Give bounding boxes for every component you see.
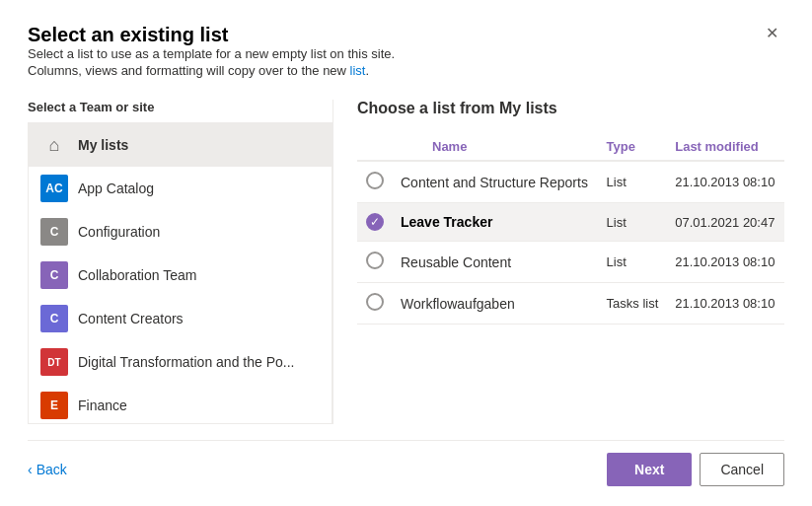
sidebar-item-label: Collaboration Team	[78, 267, 196, 283]
back-button[interactable]: ‹ Back	[28, 462, 67, 477]
body-content: Select a Team or site ⌂ My lists AC App …	[28, 100, 784, 424]
row-name: Reusable Content	[401, 254, 511, 270]
sidebar-item-label: Finance	[78, 398, 127, 413]
radio-unselected	[366, 293, 384, 311]
dialog-title-block: Select an existing list Select a list to…	[28, 24, 395, 80]
table-row[interactable]: Content and Structure Reports List 21.10…	[357, 161, 784, 203]
back-chevron-icon: ‹	[28, 462, 33, 477]
cancel-button[interactable]: Cancel	[700, 453, 784, 486]
row-type: Tasks list	[599, 283, 668, 325]
dialog-footer: ‹ Back Next Cancel	[28, 440, 784, 486]
dialog-title: Select an existing list	[28, 24, 395, 46]
radio-cell	[357, 161, 393, 203]
home-icon: ⌂	[40, 131, 68, 159]
table-row[interactable]: ✓ Leave Tracker List 07.01.2021 20:47	[357, 203, 784, 242]
row-type: List	[599, 161, 668, 203]
row-modified: 21.10.2013 08:10	[667, 242, 784, 283]
modified-col-header: Last modified	[667, 133, 784, 161]
sidebar-item-finance[interactable]: E Finance	[29, 384, 332, 424]
row-modified: 21.10.2013 08:10	[667, 161, 784, 203]
nav-list: ⌂ My lists AC App Catalog C Configuratio…	[28, 122, 332, 424]
sidebar-item-digital-transformation[interactable]: DT Digital Transformation and the Po...	[29, 340, 332, 384]
radio-unselected	[366, 172, 384, 189]
sidebar-item-label: My lists	[78, 137, 128, 153]
row-name-cell: Leave Tracker	[393, 203, 599, 242]
row-name-cell: Reusable Content	[393, 242, 599, 283]
list-table: Name Type Last modified Content and Stru…	[357, 133, 784, 325]
select-existing-list-dialog: Select an existing list Select a list to…	[0, 0, 812, 506]
sidebar-item-my-lists[interactable]: ⌂ My lists	[29, 123, 332, 167]
right-panel-title: Choose a list from My lists	[357, 100, 784, 117]
row-name: Content and Structure Reports	[401, 175, 588, 190]
row-type: List	[599, 242, 668, 283]
dialog-subtitle2: Columns, views and formatting will copy …	[28, 63, 395, 78]
right-panel: Choose a list from My lists Name Type La…	[333, 100, 784, 424]
finance-icon: E	[40, 392, 68, 419]
sidebar-item-label: Digital Transformation and the Po...	[78, 354, 294, 370]
app-catalog-icon: AC	[40, 175, 68, 202]
configuration-icon: C	[40, 218, 68, 246]
row-name: Leave Tracker	[401, 214, 492, 230]
row-name: Workflowaufgaben	[401, 296, 515, 312]
radio-cell	[357, 242, 393, 283]
sidebar-item-collaboration-team[interactable]: C Collaboration Team	[29, 253, 332, 297]
sidebar-item-app-catalog[interactable]: AC App Catalog	[29, 167, 332, 210]
radio-selected: ✓	[366, 213, 384, 231]
radio-cell	[357, 283, 393, 325]
dialog-header: Select an existing list Select a list to…	[28, 24, 784, 80]
close-button[interactable]: ✕	[760, 24, 784, 43]
table-header-row: Name Type Last modified	[357, 133, 784, 161]
name-col-header: Name	[393, 133, 599, 161]
left-panel: Select a Team or site ⌂ My lists AC App …	[28, 100, 333, 424]
digital-transformation-icon: DT	[40, 348, 68, 376]
sidebar-item-label: App Catalog	[78, 181, 154, 196]
row-modified: 21.10.2013 08:10	[667, 283, 784, 325]
row-name-cell: Workflowaufgaben	[393, 283, 599, 325]
row-type: List	[599, 203, 668, 242]
dialog-subtitle1: Select a list to use as a template for a…	[28, 46, 395, 61]
sidebar-item-label: Configuration	[78, 224, 160, 240]
select-col-header	[357, 133, 393, 161]
left-panel-title: Select a Team or site	[28, 100, 332, 114]
radio-cell: ✓	[357, 203, 393, 242]
content-creators-icon: C	[40, 305, 68, 332]
sidebar-item-label: Content Creators	[78, 311, 184, 326]
footer-actions: Next Cancel	[607, 453, 784, 486]
next-button[interactable]: Next	[607, 453, 692, 486]
collaboration-team-icon: C	[40, 261, 68, 289]
back-label: Back	[37, 462, 67, 477]
row-name-cell: Content and Structure Reports	[393, 161, 599, 203]
table-row[interactable]: Workflowaufgaben Tasks list 21.10.2013 0…	[357, 283, 784, 325]
sidebar-item-content-creators[interactable]: C Content Creators	[29, 297, 332, 340]
radio-unselected	[366, 252, 384, 269]
table-row[interactable]: Reusable Content List 21.10.2013 08:10	[357, 242, 784, 283]
sidebar-item-configuration[interactable]: C Configuration	[29, 210, 332, 253]
row-modified: 07.01.2021 20:47	[667, 203, 784, 242]
type-col-header: Type	[599, 133, 668, 161]
